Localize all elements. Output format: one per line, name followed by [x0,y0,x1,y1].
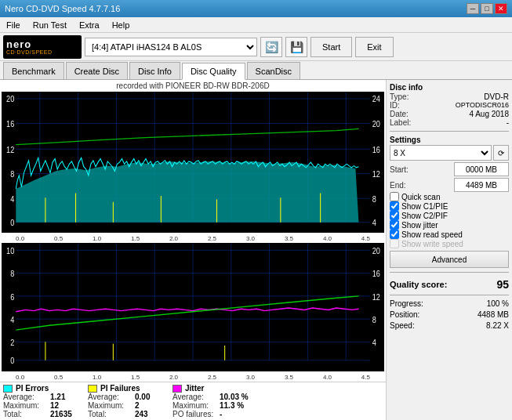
quality-score-row: Quality score: 95 [390,278,509,291]
speed-row: 8 X Max 2 X 4 X 6 X 12 X 16 X ⟳ [390,145,509,161]
disc-id-row: ID: OPTODISCR016 [390,101,509,110]
position-row: Position: 4488 MB [390,310,509,319]
show-c1-pie-row: Show C1/PIE [390,201,509,211]
svg-text:8: 8 [372,315,377,324]
pi-failures-average-row: Average: 0.00 [88,393,166,401]
start-button[interactable]: Start [310,37,352,57]
title-text: Nero CD-DVD Speed 4.7.7.16 [5,4,120,13]
svg-text:2: 2 [10,339,14,348]
svg-text:20: 20 [6,95,14,104]
tab-bar: Benchmark Create Disc Disc Info Disc Qua… [0,61,512,80]
divider-2 [390,272,509,273]
bottom-chart-svg: 10 8 6 4 2 0 20 16 12 8 4 [2,243,384,371]
tab-disc-info[interactable]: Disc Info [129,62,180,79]
svg-text:4: 4 [10,194,15,204]
pi-errors-stats: PI Errors Average: 1.21 Maximum: 12 Tota… [3,384,82,418]
svg-text:4: 4 [372,219,377,228]
svg-text:4: 4 [10,315,15,324]
close-button[interactable]: ✕ [495,3,507,14]
svg-text:12: 12 [372,170,380,179]
stats-bar: PI Errors Average: 1.21 Maximum: 12 Tota… [0,382,386,420]
svg-text:16: 16 [372,270,381,279]
show-jitter-checkbox[interactable] [390,220,399,230]
svg-text:16: 16 [372,145,380,154]
disc-info-title: Disc info [390,83,509,92]
save-button[interactable]: 💾 [285,37,307,57]
svg-text:6: 6 [10,292,15,302]
speed-select[interactable]: 8 X Max 2 X 4 X 6 X 12 X 16 X [390,145,492,161]
end-mb-input[interactable] [454,178,509,192]
svg-text:0: 0 [10,219,14,228]
show-read-speed-checkbox[interactable] [390,230,399,239]
drive-refresh-button[interactable]: 🔄 [260,37,282,57]
svg-text:20: 20 [372,247,381,256]
menu-help[interactable]: Help [109,19,133,31]
nero-cd-text: CD·DVD/SPEED [6,49,53,55]
svg-text:8: 8 [372,194,376,204]
svg-text:8: 8 [10,170,14,179]
bottom-chart-x-axis: 0.0 0.5 1.0 1.5 2.0 2.5 3.0 3.5 4.0 4.5 [0,373,386,382]
advanced-button[interactable]: Advanced [390,251,509,268]
chart-title: recorded with PIONEER BD-RW BDR-206D [0,80,386,92]
menu-file[interactable]: File [3,19,24,31]
quick-scan-row: Quick scan [390,192,509,201]
drive-select[interactable]: [4:4] ATAPI iHAS124 B AL0S [85,38,257,56]
tab-disc-quality[interactable]: Disc Quality [182,63,245,80]
svg-text:16: 16 [6,120,14,129]
menu-bar: File Run Test Extra Help [0,17,512,33]
tab-create-disc[interactable]: Create Disc [66,62,128,79]
tab-scan-disc[interactable]: ScanDisc [247,62,300,79]
right-panel: Disc info Type: DVD-R ID: OPTODISCR016 D… [387,80,512,420]
show-c2-pif-row: Show C2/PIF [390,211,509,220]
show-c1-pie-checkbox[interactable] [390,201,399,211]
jitter-average-row: Average: 10.03 % [172,393,251,401]
title-controls: ─ □ ✕ [467,3,507,14]
pi-failures-total-row: Total: 243 [88,410,166,418]
top-chart-x-axis: 0.0 0.5 1.0 1.5 2.0 2.5 3.0 3.5 4.0 4.5 [0,234,386,243]
disc-type-row: Type: DVD-R [390,92,509,101]
pi-errors-header: PI Errors [3,384,82,393]
exit-button[interactable]: Exit [355,37,393,57]
nero-logo: nero CD·DVD/SPEED [3,35,82,59]
pi-errors-total-row: Total: 21635 [3,410,82,418]
svg-marker-16 [16,161,358,223]
maximize-button[interactable]: □ [481,3,493,14]
pi-failures-header: PI Failures [88,384,166,393]
svg-text:12: 12 [6,145,14,154]
show-write-speed-checkbox [390,239,399,248]
show-read-speed-row: Show read speed [390,230,509,239]
start-mb-input[interactable] [454,162,509,176]
speed-refresh-button[interactable]: ⟳ [493,145,509,161]
divider-1 [390,131,509,132]
svg-text:8: 8 [10,270,15,279]
svg-text:0: 0 [10,357,15,366]
end-mb-row: End: [390,178,509,192]
svg-text:12: 12 [372,292,380,302]
nero-logo-text: nero [6,39,31,49]
top-chart: 20 16 12 8 4 0 24 20 16 12 8 4 [2,92,384,233]
tab-benchmark[interactable]: Benchmark [3,62,64,79]
pi-failures-maximum-row: Maximum: 2 [88,401,166,410]
divider-3 [390,295,509,295]
pi-errors-color [3,385,13,393]
show-c2-pif-checkbox[interactable] [390,211,399,220]
disc-date-row: Date: 4 Aug 2018 [390,110,509,118]
start-mb-row: Start: [390,162,509,176]
top-chart-svg: 20 16 12 8 4 0 24 20 16 12 8 4 [2,92,384,233]
disc-info-section: Disc info Type: DVD-R ID: OPTODISCR016 D… [390,83,509,127]
quick-scan-checkbox[interactable] [390,192,399,201]
disc-label-row: Label: - [390,118,509,127]
speed-row-result: Speed: 8.22 X [390,321,509,330]
pi-failures-stats: PI Failures Average: 0.00 Maximum: 2 Tot… [88,384,166,418]
menu-run-test[interactable]: Run Test [30,19,70,31]
title-bar: Nero CD-DVD Speed 4.7.7.16 ─ □ ✕ [0,0,512,17]
svg-text:24: 24 [372,95,381,104]
jitter-color [172,385,182,393]
svg-text:4: 4 [372,339,377,348]
jitter-maximum-row: Maximum: 11.3 % [172,401,251,410]
svg-text:10: 10 [6,247,15,256]
menu-extra[interactable]: Extra [76,19,103,31]
pi-failures-color [88,385,97,393]
settings-title: Settings [390,136,509,144]
minimize-button[interactable]: ─ [467,3,479,14]
